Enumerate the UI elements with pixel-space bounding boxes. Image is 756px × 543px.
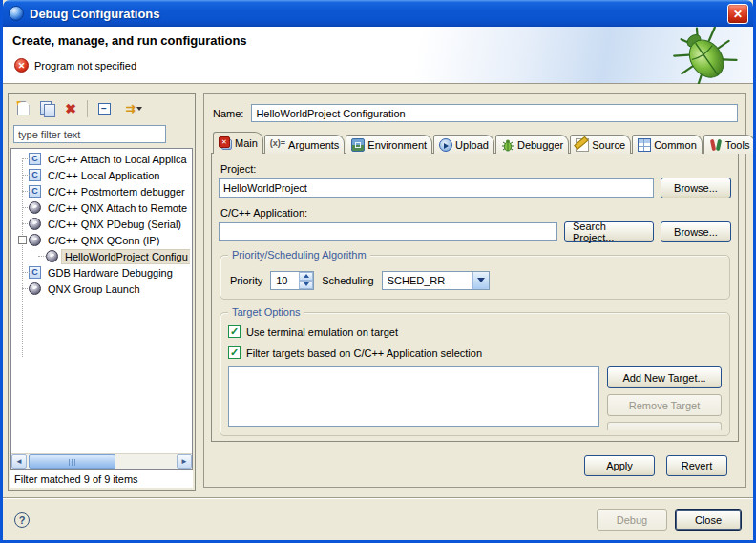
tree-item[interactable]: C/C++ QNX Attach to Remote: [13, 199, 190, 216]
filter-targets-label: Filter targets based on C/C++ Applicatio…: [246, 347, 482, 359]
tree-item[interactable]: C C/C++ Postmortem debugger: [13, 183, 190, 199]
priority-scheduling-group: Priority/Scheduling Algorithm Priority 1…: [220, 255, 730, 300]
collapse-all-icon: −: [98, 103, 111, 115]
target-list[interactable]: [228, 366, 599, 427]
toolbar-separator: [87, 100, 88, 117]
debug-button[interactable]: Debug: [597, 509, 667, 531]
spinner-down-icon[interactable]: [299, 281, 313, 289]
new-configuration-icon: [17, 101, 30, 115]
common-icon: [638, 138, 651, 152]
tree-item[interactable]: − C/C++ QNX QConn (IP): [13, 232, 190, 248]
spinner-up-icon[interactable]: [299, 272, 313, 281]
chevron-down-icon: [136, 107, 142, 111]
scrollbar-thumb[interactable]: [29, 454, 116, 469]
filter-configurations-button[interactable]: ⇉: [117, 98, 150, 119]
tools-icon: [709, 138, 723, 152]
name-input[interactable]: [251, 104, 738, 122]
tab-source[interactable]: Source: [570, 135, 631, 154]
upload-icon: [439, 138, 452, 152]
error-message-row: ✕ Program not specified: [14, 58, 136, 73]
close-button[interactable]: Close: [675, 509, 742, 531]
qnx-launch-icon: [29, 218, 41, 230]
qnx-launch-icon: [46, 250, 58, 262]
scroll-left-icon[interactable]: ◄: [11, 454, 27, 469]
launch-toolbar: ✖ − ⇉: [9, 94, 195, 121]
c-application-icon: C: [29, 153, 41, 165]
window-title: Debug Configurations: [30, 7, 160, 21]
filter-targets-checkbox[interactable]: ✓: [228, 346, 241, 359]
tree-item[interactable]: C C/C++ Local Application: [13, 167, 190, 183]
add-new-target-button[interactable]: Add New Target...: [607, 366, 722, 388]
app-icon: [9, 6, 24, 21]
horizontal-scrollbar[interactable]: ◄ ►: [11, 453, 192, 469]
tree-item[interactable]: C/C++ QNX PDebug (Serial): [13, 216, 190, 232]
c-application-icon: C: [29, 169, 41, 181]
apply-button[interactable]: Apply: [584, 455, 655, 476]
tree-item[interactable]: C C/C++ Attach to Local Applica: [13, 151, 190, 167]
collapse-expander-icon[interactable]: −: [18, 236, 27, 244]
configurations-tree: C C/C++ Attach to Local Applica C C/C++ …: [10, 148, 193, 470]
configuration-detail-panel: Name: Main (x)= Arguments Environment: [203, 93, 746, 488]
new-configuration-button[interactable]: [12, 98, 33, 119]
remove-target-button[interactable]: Remove Target: [607, 394, 722, 416]
group-title: Target Options: [228, 306, 304, 318]
tab-main[interactable]: Main: [213, 132, 263, 154]
tab-tools[interactable]: Tools: [704, 135, 756, 154]
delete-configuration-button[interactable]: ✖: [60, 98, 81, 119]
filter-icon: ⇉: [125, 102, 133, 115]
tab-bar: Main (x)= Arguments Environment Upload: [213, 132, 739, 154]
qnx-launch-icon: [29, 282, 41, 295]
application-input[interactable]: [219, 222, 557, 241]
close-icon[interactable]: ✕: [727, 4, 748, 24]
scheduling-select[interactable]: SCHED_RR: [382, 271, 490, 290]
filter-status: Filter matched 9 of 9 items: [10, 470, 193, 488]
qnx-launch-icon: [29, 234, 41, 246]
tab-environment[interactable]: Environment: [346, 135, 432, 154]
debugger-bug-icon: [501, 138, 514, 152]
tab-common[interactable]: Common: [632, 135, 703, 154]
project-label: Project:: [220, 163, 731, 175]
duplicate-configuration-button[interactable]: [36, 98, 57, 119]
browse-project-button[interactable]: Browse...: [661, 178, 731, 198]
main-tab-content: Project: Browse... C/C++ Application: Se…: [211, 153, 739, 442]
revert-button[interactable]: Revert: [666, 455, 727, 476]
error-message: Program not specified: [34, 60, 136, 72]
c-application-icon: C: [29, 266, 41, 279]
tab-arguments[interactable]: (x)= Arguments: [264, 135, 345, 154]
terminal-emulation-checkbox[interactable]: ✓: [228, 325, 241, 338]
tab-debugger[interactable]: Debugger: [495, 135, 569, 154]
arguments-icon: (x)=: [270, 138, 285, 152]
combo-dropdown-icon[interactable]: [472, 272, 489, 289]
target-options-group: Target Options ✓ Use terminal emulation …: [220, 312, 730, 436]
application-label: C/C++ Application:: [220, 207, 731, 219]
c-application-icon: C: [29, 185, 41, 198]
tab-upload[interactable]: Upload: [433, 135, 494, 154]
priority-label: Priority: [230, 275, 262, 286]
title-bar: Debug Configurations ✕: [3, 0, 753, 27]
group-title: Priority/Scheduling Algorithm: [228, 249, 370, 261]
help-icon[interactable]: ?: [14, 512, 30, 528]
page-title: Create, manage, and run configurations: [12, 33, 247, 48]
footer-bar: ? Debug Close: [3, 499, 753, 540]
debug-configurations-dialog: Debug Configurations ✕ Create, manage, a…: [0, 0, 756, 543]
qnx-launch-icon: [29, 201, 41, 214]
browse-application-button[interactable]: Browse...: [661, 221, 731, 242]
tree-item-selected[interactable]: HelloWorldProject Configu: [13, 248, 190, 264]
configurations-panel: ✖ − ⇉ C C/C++ Attach to Local Applica: [8, 93, 196, 491]
partial-button: [607, 422, 722, 430]
tree-item[interactable]: C GDB Hardware Debugging: [13, 264, 190, 281]
name-label: Name:: [213, 108, 243, 119]
environment-icon: [351, 138, 365, 152]
project-input[interactable]: [219, 178, 654, 198]
bug-graphic: [662, 27, 746, 84]
filter-input[interactable]: [13, 125, 166, 143]
scroll-right-icon[interactable]: ►: [177, 454, 192, 469]
source-icon: [576, 138, 589, 152]
collapse-all-button[interactable]: −: [94, 98, 115, 119]
header-banner: Create, manage, and run configurations ✕…: [3, 27, 753, 84]
search-project-button[interactable]: Search Project...: [564, 221, 654, 242]
tree-item[interactable]: QNX Group Launch: [13, 281, 190, 297]
priority-spinner[interactable]: 10: [270, 271, 314, 290]
error-icon: ✕: [14, 58, 29, 73]
duplicate-icon: [40, 101, 54, 115]
